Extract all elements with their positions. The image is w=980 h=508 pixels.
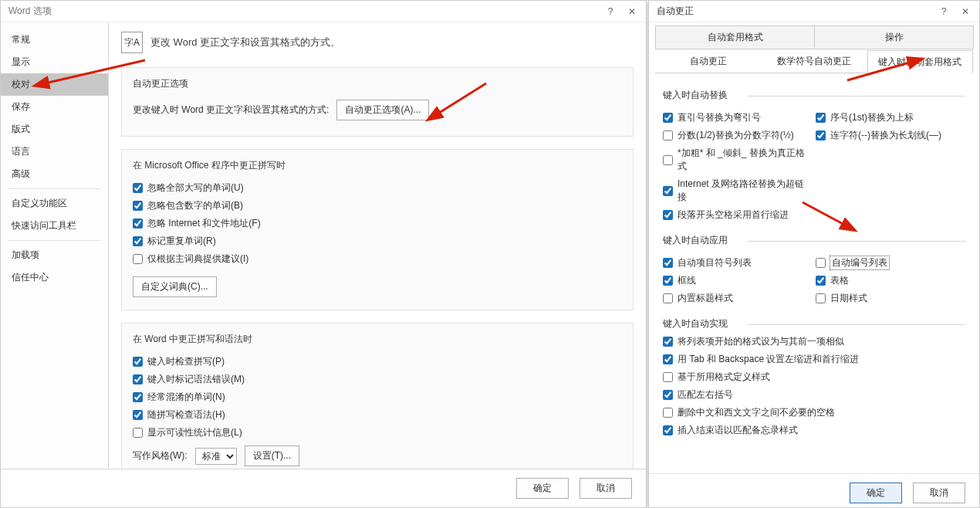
checkbox[interactable]	[133, 357, 143, 367]
checkbox[interactable]	[816, 276, 826, 286]
option-checkbox[interactable]: 匹配左右括号	[663, 388, 965, 401]
option-checkbox[interactable]: 框线	[663, 274, 813, 287]
checkbox[interactable]	[133, 183, 143, 193]
checkbox[interactable]	[663, 372, 673, 382]
checkbox[interactable]	[133, 410, 143, 420]
option-checkbox[interactable]: 忽略全部大写的单词(U)	[133, 181, 622, 195]
sidebar-item[interactable]: 加载项	[1, 244, 108, 266]
option-checkbox[interactable]: 键入时标记语法错误(M)	[133, 373, 622, 386]
option-checkbox[interactable]: 仅根据主词典提供建议(I)	[133, 252, 622, 266]
checkbox[interactable]	[133, 201, 143, 211]
close-button[interactable]: ✕	[621, 4, 643, 19]
option-checkbox[interactable]: 用 Tab 和 Backspace 设置左缩进和首行缩进	[663, 353, 965, 366]
tab[interactable]: 自动更正	[655, 49, 761, 73]
option-checkbox[interactable]: 键入时检查拼写(P)	[133, 355, 622, 368]
tab[interactable]: 自动套用格式	[655, 25, 815, 49]
titlebar: Word 选项 ? ✕	[1, 1, 646, 22]
checkbox-label: 直引号替换为弯引号	[678, 111, 761, 124]
option-checkbox[interactable]: 标记重复单词(R)	[133, 235, 622, 248]
checkbox[interactable]	[663, 186, 673, 196]
checkbox[interactable]	[816, 113, 826, 123]
option-checkbox[interactable]: 忽略包含数字的单词(B)	[133, 199, 622, 212]
checkbox[interactable]	[133, 428, 143, 438]
checkbox[interactable]	[663, 276, 673, 286]
option-checkbox[interactable]: 自动编号列表	[816, 256, 965, 269]
checkbox[interactable]	[663, 210, 673, 220]
checkbox[interactable]	[663, 293, 673, 303]
checkbox-label: 经常混淆的单词(N)	[147, 391, 225, 404]
checkbox[interactable]	[663, 390, 673, 400]
option-checkbox[interactable]: *加粗* 和 _倾斜_ 替换为真正格式	[663, 147, 813, 173]
close-button[interactable]: ✕	[955, 4, 976, 19]
checkbox[interactable]	[133, 236, 143, 246]
option-checkbox[interactable]: 段落开头空格采用首行缩进	[663, 208, 813, 222]
checkbox[interactable]	[816, 293, 826, 303]
option-checkbox[interactable]: 将列表项开始的格式设为与其前一项相似	[663, 335, 965, 348]
option-checkbox[interactable]: 连字符(--)替换为长划线(—)	[816, 129, 965, 142]
cancel-button[interactable]: 取消	[913, 483, 965, 503]
option-checkbox[interactable]: 删除中文和西文文字之间不必要的空格	[663, 406, 965, 419]
option-checkbox[interactable]: 忽略 Internet 和文件地址(F)	[133, 217, 622, 230]
checkbox-label: 仅根据主词典提供建议(I)	[147, 252, 248, 266]
option-checkbox[interactable]: 内置标题样式	[663, 292, 813, 305]
tab[interactable]: 键入时自动套用格式	[867, 50, 973, 73]
option-checkbox[interactable]: 基于所用格式定义样式	[663, 371, 965, 384]
option-checkbox[interactable]: 自动项目符号列表	[663, 256, 813, 269]
checkbox[interactable]	[663, 258, 673, 268]
option-checkbox[interactable]: 表格	[816, 274, 965, 287]
option-checkbox[interactable]: 随拼写检查语法(H)	[133, 408, 622, 422]
sidebar-item[interactable]: 自定义功能区	[1, 192, 108, 215]
checkbox[interactable]	[133, 392, 143, 402]
autocorrect-options-button[interactable]: 自动更正选项(A)...	[336, 100, 429, 120]
checkbox-label: 用 Tab 和 Backspace 设置左缩进和首行缩进	[678, 353, 859, 366]
checkbox[interactable]	[663, 130, 673, 141]
header: 字A 更改 Word 更正文字和设置其格式的方式。	[121, 32, 634, 53]
checkbox[interactable]	[663, 425, 673, 435]
checkbox[interactable]	[816, 258, 826, 268]
tab[interactable]: 操作	[814, 25, 974, 49]
checkbox[interactable]	[663, 155, 673, 165]
option-checkbox[interactable]: Internet 及网络路径替换为超链接	[663, 178, 813, 204]
checkbox[interactable]	[663, 408, 673, 418]
checkbox[interactable]	[133, 218, 143, 229]
cancel-button[interactable]: 取消	[580, 478, 632, 499]
sidebar-item[interactable]: 校对	[1, 73, 108, 96]
option-checkbox[interactable]: 分数(1/2)替换为分数字符(½)	[663, 129, 813, 142]
checkbox[interactable]	[663, 113, 673, 123]
help-button[interactable]: ?	[600, 4, 621, 19]
checkbox[interactable]	[816, 130, 826, 141]
custom-dictionaries-button[interactable]: 自定义词典(C)...	[133, 276, 217, 297]
checkbox-label: 分数(1/2)替换为分数字符(½)	[678, 129, 794, 142]
sidebar-item[interactable]: 快速访问工具栏	[1, 215, 108, 237]
ok-button[interactable]: 确定	[516, 478, 569, 499]
ok-button[interactable]: 确定	[850, 483, 902, 503]
writing-style-select[interactable]: 标准	[195, 448, 237, 465]
header-title: 更改 Word 更正文字和设置其格式的方式。	[150, 36, 340, 49]
help-button[interactable]: ?	[933, 4, 955, 19]
checkbox-label: 插入结束语以匹配备忘录样式	[678, 424, 798, 437]
checkbox[interactable]	[663, 354, 673, 364]
sidebar-item[interactable]: 信任中心	[1, 266, 108, 289]
option-checkbox[interactable]: 日期样式	[816, 292, 965, 305]
checkbox[interactable]	[663, 337, 673, 347]
sidebar-item[interactable]: 语言	[1, 141, 108, 163]
checkbox[interactable]	[133, 254, 143, 264]
checkbox-label: 忽略 Internet 和文件地址(F)	[147, 217, 261, 230]
checkbox[interactable]	[133, 374, 143, 384]
option-checkbox[interactable]: 显示可读性统计信息(L)	[133, 426, 622, 439]
checkbox-label: 删除中文和西文文字之间不必要的空格	[678, 406, 835, 419]
option-checkbox[interactable]: 插入结束语以匹配备忘录样式	[663, 424, 965, 437]
option-checkbox[interactable]: 直引号替换为弯引号	[663, 111, 813, 124]
option-checkbox[interactable]: 序号(1st)替换为上标	[816, 111, 965, 124]
sidebar-item[interactable]: 保存	[1, 96, 108, 118]
checkbox-label: 自动项目符号列表	[678, 256, 752, 269]
checkbox-label: Internet 及网络路径替换为超链接	[678, 178, 813, 204]
tab[interactable]: 数学符号自动更正	[761, 49, 867, 73]
sidebar-item[interactable]: 高级	[1, 163, 108, 185]
sidebar-item[interactable]: 版式	[1, 118, 108, 141]
sidebar-item[interactable]: 显示	[1, 51, 108, 73]
checkbox-label: 基于所用格式定义样式	[678, 371, 770, 384]
settings-button[interactable]: 设置(T)...	[245, 445, 299, 466]
sidebar-item[interactable]: 常规	[1, 29, 108, 51]
option-checkbox[interactable]: 经常混淆的单词(N)	[133, 391, 622, 404]
